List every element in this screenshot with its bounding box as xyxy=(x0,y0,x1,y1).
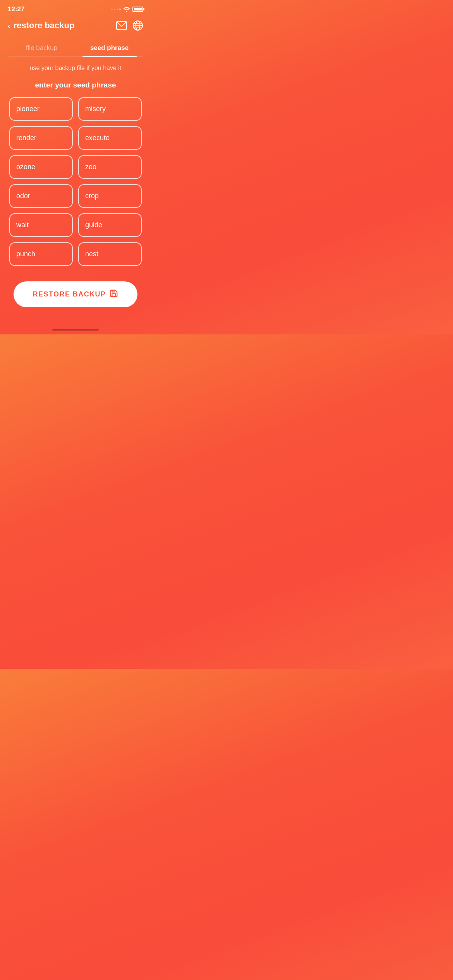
seed-word-8[interactable]: crop xyxy=(78,184,142,208)
tab-seed-phrase[interactable]: seed phrase xyxy=(76,40,143,57)
seed-word-3[interactable]: render xyxy=(9,126,73,150)
signal-icon xyxy=(111,9,121,10)
back-button[interactable]: ‹ xyxy=(8,21,10,30)
header-left: ‹ restore backup xyxy=(8,21,74,31)
bottom-area: RESTORE BACKUP xyxy=(0,281,151,323)
seed-word-5[interactable]: ozone xyxy=(9,155,73,179)
seed-word-1[interactable]: pioneer xyxy=(9,97,73,121)
header: ‹ restore backup xyxy=(0,16,151,37)
section-heading: enter your seed phrase xyxy=(8,81,143,89)
tabs: file backup seed phrase xyxy=(8,40,143,57)
status-time: 12:27 xyxy=(8,5,24,13)
seed-word-12[interactable]: nest xyxy=(78,242,142,266)
restore-backup-button[interactable]: RESTORE BACKUP xyxy=(14,281,137,307)
seed-word-7[interactable]: odor xyxy=(9,184,73,208)
seed-word-9[interactable]: wait xyxy=(9,213,73,237)
seed-word-10[interactable]: guide xyxy=(78,213,142,237)
restore-button-label: RESTORE BACKUP xyxy=(33,290,106,298)
page-title: restore backup xyxy=(14,21,75,31)
globe-icon[interactable] xyxy=(132,20,143,31)
header-icons xyxy=(116,20,143,31)
battery-icon xyxy=(132,7,143,12)
status-icons xyxy=(111,7,143,12)
seed-word-6[interactable]: zoo xyxy=(78,155,142,179)
seed-word-11[interactable]: punch xyxy=(9,242,73,266)
subtitle-text: use your backup file if you have it xyxy=(8,65,143,72)
home-indicator xyxy=(52,329,99,331)
mail-icon[interactable] xyxy=(116,21,127,30)
save-icon xyxy=(110,289,118,300)
wifi-icon xyxy=(123,7,130,12)
tab-file-backup[interactable]: file backup xyxy=(8,40,76,57)
status-bar: 12:27 xyxy=(0,0,151,16)
seed-phrase-grid: pioneermiseryrenderexecuteozonezooodorcr… xyxy=(0,97,151,266)
seed-word-4[interactable]: execute xyxy=(78,126,142,150)
seed-word-2[interactable]: misery xyxy=(78,97,142,121)
